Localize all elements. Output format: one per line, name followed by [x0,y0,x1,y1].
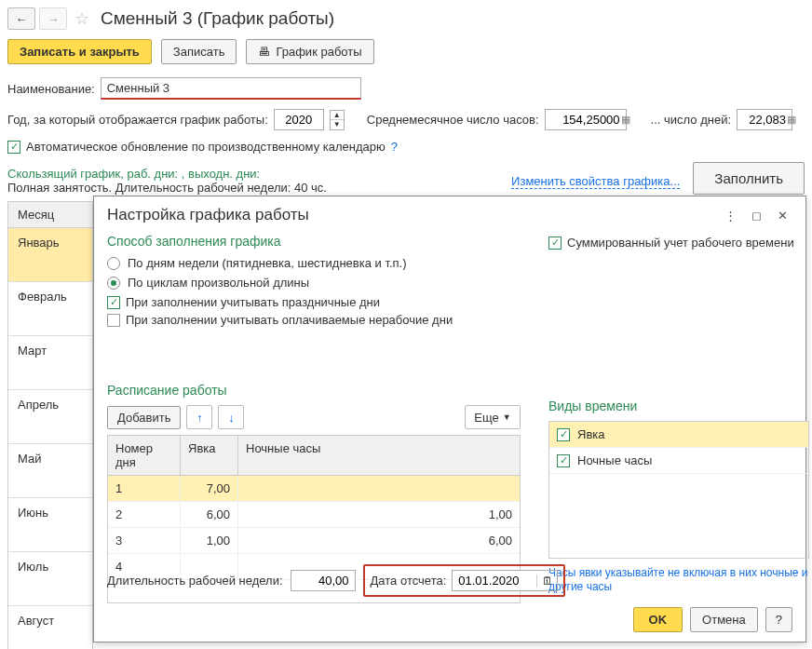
schedule-button[interactable]: График работы [246,39,373,64]
back-button[interactable]: ← [7,7,35,30]
save-close-button[interactable]: Записать и закрыть [7,39,152,64]
summed-time-checkbox[interactable]: ✓ [548,237,562,250]
month-header: Месяц [8,202,92,228]
move-down-button[interactable]: ↓ [218,405,244,429]
modal-close-icon[interactable]: ✕ [772,206,792,224]
radio-by-cycles-label: По циклам произвольной длины [128,276,309,290]
month-may[interactable]: Май [8,444,92,498]
type-row-night[interactable]: ✓ Ночные часы [549,448,808,474]
year-up[interactable]: ▲ [331,111,344,120]
paid-nonwork-checkbox[interactable] [107,314,120,327]
schedule-settings-modal: Настройка графика работы ⋮ ◻ ✕ Способ за… [93,196,806,642]
ok-button[interactable]: OK [633,607,683,632]
month-april[interactable]: Апрель [8,390,92,444]
summed-time-label: Суммированный учет рабочего времени [567,236,794,250]
start-date-label: Дата отсчета: [371,574,447,588]
radio-by-weekdays[interactable] [107,257,120,270]
month-june[interactable]: Июнь [8,498,92,552]
radio-by-weekdays-label: По дням недели (пятидневка, шестидневка … [128,256,407,270]
radio-by-cycles[interactable] [107,277,120,290]
month-march[interactable]: Март [8,336,92,390]
year-label: Год, за который отображается график рабо… [7,113,268,127]
modal-more-icon[interactable]: ⋮ [720,206,740,224]
auto-update-checkbox[interactable]: ✓ [7,141,20,154]
help-link[interactable]: ? [391,140,398,154]
favorite-icon[interactable]: ☆ [71,7,93,30]
table-row[interactable]: 1 7,00 [108,476,520,502]
holidays-checkbox[interactable]: ✓ [107,296,120,309]
paid-nonwork-label: При заполнении учитывать оплачиваемые не… [126,313,453,327]
month-july[interactable]: Июль [8,552,92,606]
col-attend-header[interactable]: Явка [181,436,238,475]
holidays-label: При заполнении учитывать праздничные дни [126,295,380,309]
table-row[interactable]: 2 6,00 1,00 [108,502,520,528]
auto-update-label: Автоматическое обновление по производств… [26,140,386,154]
calendar-icon[interactable]: 🗓 [536,575,557,588]
desc-line1: Скользящий график, раб. дни: , выходн. д… [7,167,511,181]
days-input[interactable] [737,109,792,130]
year-down[interactable]: ▼ [331,120,344,129]
week-duration-label: Длительность рабочей недели: [107,574,283,588]
name-input[interactable] [101,77,361,100]
month-january[interactable]: Январь [8,228,92,282]
printer-icon [258,45,270,59]
start-date-input[interactable] [453,571,536,590]
move-up-button[interactable]: ↑ [186,405,212,429]
cancel-button[interactable]: Отмена [690,607,758,632]
types-title: Виды времени [548,399,809,413]
avg-hours-label: Среднемесячное число часов: [367,113,539,127]
add-button[interactable]: Добавить [107,406,181,429]
week-duration-input[interactable] [291,570,356,591]
table-row[interactable]: 3 1,00 6,00 [108,528,520,554]
forward-button[interactable]: → [39,7,67,30]
days-label: ... число дней: [651,113,731,127]
name-label: Наименование: [7,82,95,96]
chevron-down-icon: ▼ [503,412,511,422]
type-check-night[interactable]: ✓ [557,454,570,467]
schedule-button-label: График работы [276,45,361,59]
col-day-header[interactable]: Номер дня [108,436,181,475]
month-february[interactable]: Февраль [8,282,92,336]
page-title: Сменный 3 (График работы) [101,8,334,29]
avg-hours-input[interactable] [545,109,627,130]
more-button[interactable]: Еще ▼ [465,405,521,429]
desc-line2: Полная занятость. Длительность рабочей н… [7,181,511,195]
start-date-highlight: Дата отсчета: 🗓 [363,564,566,597]
fill-button[interactable]: Заполнить [693,162,805,195]
change-props-link[interactable]: Изменить свойства графика... [511,174,680,189]
schedule-title: Расписание работы [107,383,521,398]
type-row-attendance[interactable]: ✓ Явка [549,422,808,448]
help-button[interactable]: ? [765,607,792,632]
save-button[interactable]: Записать [161,39,237,64]
modal-title: Настройка графика работы [107,206,714,224]
fill-method-title: Способ заполнения графика [107,234,521,249]
col-night-header[interactable]: Ночные часы [238,436,520,475]
month-sidebar: Месяц Январь Февраль Март Апрель Май Июн… [7,201,93,649]
type-check-attendance[interactable]: ✓ [557,428,570,441]
modal-restore-icon[interactable]: ◻ [746,206,766,224]
year-input[interactable] [274,109,324,130]
month-august[interactable]: Август [8,606,92,649]
types-list: ✓ Явка ✓ Ночные часы [548,421,809,559]
